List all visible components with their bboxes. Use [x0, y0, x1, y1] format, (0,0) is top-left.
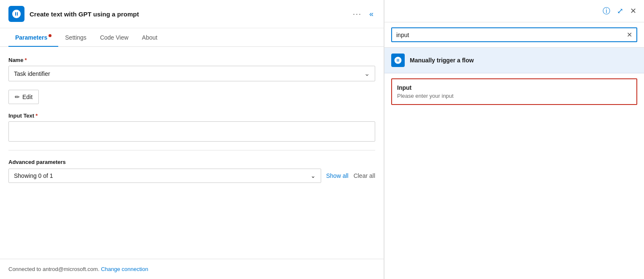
search-clear-button[interactable]: ✕ [627, 31, 632, 39]
pencil-icon: ✏ [15, 94, 20, 100]
tabs-bar: Parameters Settings Code View About [0, 28, 384, 47]
close-icon: ✕ [630, 7, 636, 15]
app-icon [8, 6, 24, 22]
show-all-button[interactable]: Show all [326, 172, 349, 179]
divider [8, 150, 375, 150]
collapse-button[interactable]: « [368, 8, 375, 20]
trigger-item[interactable]: Manually trigger a flow [384, 48, 644, 73]
more-options-button[interactable]: ··· [351, 8, 363, 20]
input-required-star: * [35, 113, 38, 119]
search-area: ✕ [384, 22, 644, 48]
trigger-label: Manually trigger a flow [410, 57, 474, 64]
app-logo-icon [11, 9, 22, 19]
header-actions: ··· « [351, 8, 375, 20]
name-dropdown[interactable]: Task identifier ⌄ [8, 66, 375, 81]
trigger-icon [391, 54, 405, 67]
tab-settings[interactable]: Settings [58, 28, 93, 47]
result-title: Input [397, 84, 631, 91]
panel-content: Name* Task identifier ⌄ ✏ Edit Input Tex… [0, 47, 384, 259]
advanced-params-label: Advanced parameters [8, 159, 375, 165]
advanced-params-row: Showing 0 of 1 ⌄ Show all Clear all [8, 169, 375, 183]
close-button[interactable]: ✕ [629, 5, 637, 17]
info-button[interactable]: ⓘ [602, 5, 611, 17]
popup-panel: ⓘ ⤢ ✕ ✕ Manually trigger a flow [384, 0, 644, 279]
required-dot [49, 34, 51, 37]
input-text-field-group: Input Text* [8, 113, 375, 142]
flow-trigger-icon [394, 56, 402, 64]
panel-header: Create text with GPT using a prompt ··· … [0, 0, 384, 28]
tab-about[interactable]: About [135, 28, 164, 47]
popup-header: ⓘ ⤢ ✕ [384, 0, 644, 22]
name-required-star: * [24, 57, 27, 63]
clear-all-button[interactable]: Clear all [354, 172, 375, 179]
right-panel: ⓘ ⤢ ✕ ✕ Manually trigger a flow [384, 0, 644, 279]
result-subtitle: Please enter your input [397, 93, 631, 99]
chevron-down-icon: ⌄ [311, 172, 316, 179]
connection-info: Connected to antrod@microsoft.com. Chang… [0, 259, 384, 279]
change-connection-link[interactable]: Change connection [101, 266, 148, 272]
name-field-group: Name* Task identifier ⌄ [8, 57, 375, 81]
panel-title: Create text with GPT using a prompt [30, 11, 346, 18]
search-input[interactable] [396, 32, 627, 38]
expand-icon: ⤢ [617, 7, 623, 15]
name-label: Name* [8, 57, 375, 63]
input-text-field[interactable] [8, 121, 375, 142]
input-text-label: Input Text* [8, 113, 375, 119]
tab-code-view[interactable]: Code View [93, 28, 135, 47]
advanced-params-dropdown[interactable]: Showing 0 of 1 ⌄ [8, 169, 321, 183]
chevron-down-icon: ⌄ [364, 70, 370, 78]
search-box: ✕ [391, 27, 637, 42]
info-icon: ⓘ [603, 7, 610, 15]
edit-button[interactable]: ✏ Edit [8, 90, 39, 104]
expand-button[interactable]: ⤢ [616, 5, 624, 17]
result-item[interactable]: Input Please enter your input [391, 78, 637, 105]
tab-parameters[interactable]: Parameters [8, 28, 58, 47]
left-panel: Create text with GPT using a prompt ··· … [0, 0, 384, 279]
